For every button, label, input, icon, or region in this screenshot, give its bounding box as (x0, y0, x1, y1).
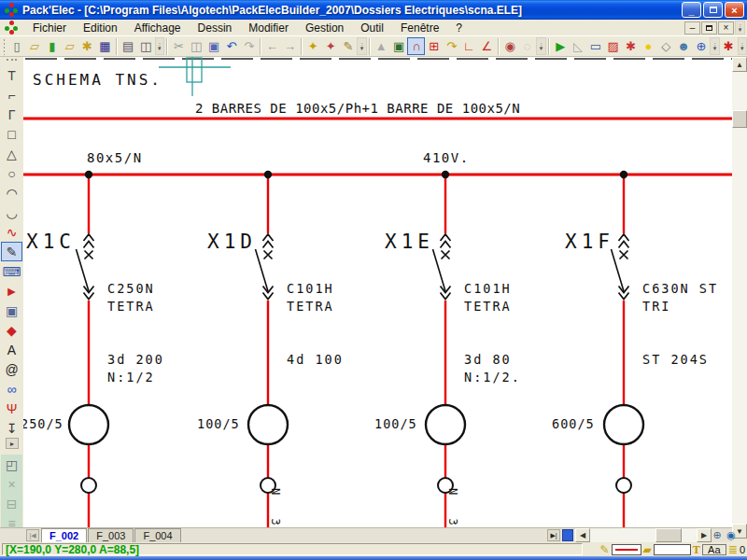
refresh-view-button[interactable]: ▣ (390, 37, 408, 55)
menu-edition[interactable]: Edition (75, 21, 126, 35)
horizontal-scroll-thumb[interactable] (655, 528, 682, 542)
new-file-button[interactable]: ▯ (8, 37, 26, 55)
connector-tool[interactable]: Ψ (1, 399, 22, 418)
snap-magnet-button[interactable]: ∩ (407, 37, 425, 55)
ellipse-tool[interactable]: ○ (1, 163, 22, 183)
circuit-branch-x1f[interactable] (604, 171, 643, 527)
menu-aide[interactable]: ? (447, 21, 471, 35)
window-tile-button[interactable]: ◰ (1, 455, 22, 474)
rectangle-tool[interactable]: □ (1, 124, 22, 144)
menubar-overflow-dropdown[interactable]: ⋮▾ (735, 21, 745, 35)
search-more-dropdown[interactable]: ⋮▾ (357, 37, 366, 55)
restore-button[interactable] (703, 2, 723, 18)
corner-line-tool[interactable]: Γ (1, 105, 22, 124)
close-button[interactable]: × (725, 2, 744, 18)
keyboard-entry-tool[interactable]: ⌨ (1, 261, 22, 281)
menu-gestion[interactable]: Gestion (297, 21, 352, 35)
ortho-button[interactable]: ↷ (443, 37, 460, 55)
back-button[interactable]: ← (263, 37, 281, 55)
copy-button[interactable]: ◫ (188, 37, 205, 55)
scroll-left-button[interactable]: ◀ (575, 528, 590, 542)
new-project-button[interactable]: ▮ (43, 37, 61, 55)
options-button[interactable]: ✱ (622, 37, 640, 55)
title-bar[interactable]: Pack'Elec - [C:\Program Files\Algotech\P… (0, 0, 747, 20)
tab-nav-first-button[interactable]: |◀ (26, 529, 39, 541)
pane-splitter-handle[interactable] (562, 529, 573, 541)
text-style-icon[interactable]: T (693, 543, 700, 556)
font-sample-box[interactable]: Aa (702, 544, 726, 555)
menu-outil[interactable]: Outil (352, 21, 392, 35)
tab-f002[interactable]: F_002 (41, 528, 87, 542)
menu-fenetre[interactable]: Fenêtre (392, 21, 447, 35)
vertical-scrollbar[interactable]: ▲ ▼ (732, 57, 747, 539)
scanner-button[interactable]: ▭ (586, 37, 604, 55)
brush-style-icon[interactable]: ▰ (643, 543, 652, 556)
print-preview-button[interactable]: ◫ (137, 37, 155, 55)
tab-nav-next-button[interactable]: ▶| (547, 529, 560, 541)
clean-button[interactable]: ✎ (340, 37, 358, 55)
menu-affichage[interactable]: Affichage (126, 21, 190, 35)
edit-symbol-tool[interactable]: ◆ (1, 320, 22, 340)
palette-drag-handle[interactable] (7, 59, 17, 63)
up-level-button[interactable]: ▲ (373, 37, 390, 55)
grid-button[interactable]: ⊞ (425, 37, 443, 55)
view-more-dropdown[interactable]: ⋮▾ (536, 37, 545, 55)
run-button[interactable]: ▶ (552, 37, 570, 55)
mdi-close-button[interactable]: × (718, 21, 734, 35)
pencil-style-icon[interactable]: ✎ (600, 543, 610, 556)
schematic-canvas[interactable]: SCHEMA TNS. 2 BARRES DE 100x5/Ph+1 BARRE… (23, 57, 732, 527)
arc-tool[interactable]: ◠ (1, 183, 22, 203)
palette-more-dropdown[interactable]: ⋮▾ (738, 37, 747, 55)
attribute-tool[interactable]: @ (1, 359, 22, 379)
menu-modifier[interactable]: Modifier (240, 21, 297, 35)
undo-button[interactable]: ↶ (222, 37, 240, 55)
tools-more-dropdown[interactable]: ⋮▾ (710, 37, 719, 55)
polyline-tool[interactable]: ⌐ (1, 85, 22, 105)
tips-button[interactable]: ● (640, 37, 657, 55)
palette-wheel-button[interactable]: ✱ (720, 37, 738, 55)
eye-view-icon[interactable]: ◉ (724, 528, 739, 542)
vertical-scroll-thumb[interactable] (732, 110, 747, 128)
menu-fichier[interactable]: Fichier (24, 21, 75, 35)
schema-tree-button[interactable]: ⊟ (1, 494, 22, 513)
circuit-branch-x1c[interactable] (69, 171, 108, 527)
forward-button[interactable]: → (281, 37, 299, 55)
open-project-button[interactable]: ▱ (61, 37, 78, 55)
angle-ref-button[interactable]: ∠ (478, 37, 496, 55)
text-tool[interactable]: A (1, 340, 22, 359)
select-nodes-tool[interactable]: T (1, 65, 22, 85)
scroll-up-button[interactable]: ▲ (732, 57, 747, 72)
redo-button[interactable]: ↷ (240, 37, 258, 55)
insert-symbol-tool[interactable]: ► (1, 281, 22, 301)
doc-settings-button[interactable]: ▨ (604, 37, 622, 55)
angle-button[interactable]: ∟ (460, 37, 478, 55)
print-button[interactable]: ▤ (120, 37, 137, 55)
toolbar-drag-handle[interactable] (3, 38, 7, 55)
add-document-button[interactable]: ⊕ (693, 37, 711, 55)
tab-f003[interactable]: F_003 (88, 528, 134, 542)
paste-button[interactable]: ▣ (205, 37, 223, 55)
minimize-button[interactable]: _ (682, 2, 701, 18)
view-3d-button[interactable]: ◇ (657, 37, 675, 55)
zoom-cursor-icon[interactable]: ⊕ (710, 528, 725, 542)
polygon-tool[interactable]: △ (1, 144, 22, 163)
cut-button[interactable]: ✂ (170, 37, 188, 55)
locate-button[interactable]: ✦ (304, 37, 322, 55)
quick-open-button[interactable]: ✱ (78, 37, 96, 55)
spline-tool[interactable]: ∿ (1, 222, 22, 242)
zoom-select-button[interactable]: ◌ (519, 37, 537, 55)
find-tool[interactable]: ∞ (1, 379, 22, 399)
fill-color-sample[interactable] (654, 544, 691, 555)
pick-color-button[interactable]: ◉ (501, 37, 519, 55)
pencil-tool[interactable]: ✎ (1, 242, 22, 261)
locate-text-button[interactable]: ✦ (322, 37, 340, 55)
file-more-dropdown[interactable]: ⋮▾ (155, 37, 164, 55)
horizontal-scrollbar[interactable] (590, 528, 697, 542)
menu-dessin[interactable]: Dessin (190, 21, 241, 35)
tab-f004[interactable]: F_004 (134, 528, 180, 542)
anchor-tool[interactable]: ↧ (1, 418, 22, 438)
mdi-restore-button[interactable] (701, 21, 717, 35)
palette-collapse-button[interactable]: ▸ (6, 438, 19, 449)
mdi-minimize-button[interactable]: – (684, 21, 700, 35)
layers-icon[interactable]: ≣ (728, 543, 738, 556)
